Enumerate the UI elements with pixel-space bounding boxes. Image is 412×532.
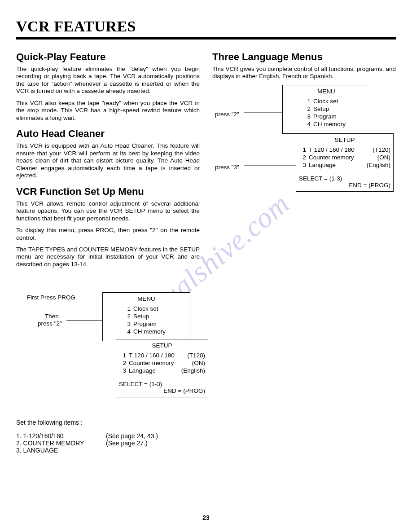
menu-box-left: MENU 1Clock set 2Setup 3Program 4CH memo… — [102, 292, 190, 341]
setup-title: SETUP — [299, 136, 390, 143]
set-items-intro: Set the following items : — [16, 419, 200, 426]
setup-select: SELECT = (1-3) — [299, 175, 390, 182]
page-number: 23 — [0, 514, 412, 521]
para-three-language: This VCR gives you complete control of a… — [212, 66, 396, 80]
menu-item: 1Clock set — [123, 305, 187, 312]
label-then: Then — [45, 313, 59, 320]
label-press-3-right: press "3" — [215, 164, 239, 171]
heading-auto-head-cleaner: Auto Head Cleaner — [16, 128, 200, 140]
setup-box-left: SETUP 1T 120 / 160 / 180(T120) 2Counter … — [116, 339, 208, 397]
para-setup-1: This VCR allows remote control adjustmen… — [16, 200, 200, 222]
menu-title: MENU — [105, 295, 187, 302]
label-press-2: press "2" — [38, 320, 62, 327]
setup-item: 2Counter memory(ON) — [299, 154, 390, 161]
menu-box-right: MENU 1Clock set 2Setup 3Program 4CH memo… — [282, 85, 370, 134]
setup-box-right: SETUP 1T 120 / 160 / 180(T120) 2Counter … — [296, 133, 394, 192]
setup-item: 3Language(English) — [299, 161, 390, 169]
setup-item: 1T 120 / 160 / 180(T120) — [299, 146, 390, 154]
label-first-press-prog: First Press PROG — [27, 294, 75, 301]
set-item-row: 1. T-120/160/180(See page 24, 43.) — [16, 432, 200, 440]
right-diagram: press "2" press "3" MENU 1Clock set 2Set… — [212, 85, 396, 202]
para-auto-head-cleaner: This VCR is equipped with an Auto Head C… — [16, 142, 200, 179]
left-column: Quick-Play Feature The quick-play featur… — [16, 45, 200, 454]
menu-item: 2Setup — [123, 312, 187, 320]
menu-title: MENU — [285, 88, 367, 95]
left-diagram: First Press PROG Then press "2" MENU 1Cl… — [16, 290, 200, 407]
setup-end: END = (PROG) — [119, 387, 205, 394]
title-rule — [16, 37, 396, 40]
para-quick-play-2: This VCR also keeps the tape "ready" whe… — [16, 100, 200, 122]
set-item-row: 3. LANGUAGE — [16, 447, 200, 454]
heading-quick-play: Quick-Play Feature — [16, 51, 200, 63]
para-setup-3: The TAPE TYPES and COUNTER MEMORY featur… — [16, 246, 200, 268]
right-column: Three Language Menus This VCR gives you … — [212, 45, 396, 454]
menu-item: 2Setup — [303, 105, 367, 113]
setup-select: SELECT = (1-3) — [119, 381, 205, 387]
para-quick-play-1: The quick-play feature eliminates the "d… — [16, 66, 200, 95]
set-item-row: 2. COUNTER MEMORY(See page 27.) — [16, 440, 200, 447]
menu-item: 3Program — [303, 113, 367, 120]
page-title: VCR FEATURES — [16, 18, 396, 35]
setup-item: 1T 120 / 160 / 180(T120) — [119, 352, 205, 359]
para-setup-2: To display this menu, press PROG, then p… — [16, 227, 200, 242]
setup-end: END = (PROG) — [299, 182, 390, 189]
label-press-2-right: press "2" — [215, 111, 239, 118]
menu-item: 4CH memory — [303, 120, 367, 128]
heading-setup-menu: VCR Function Set Up Menu — [16, 186, 200, 198]
menu-item: 3Program — [123, 320, 187, 328]
setup-title: SETUP — [119, 342, 205, 349]
menu-item: 4CH memory — [123, 328, 187, 335]
heading-three-language: Three Language Menus — [212, 51, 396, 63]
setup-item: 2Counter memory(ON) — [119, 359, 205, 367]
setup-item: 3Language(English) — [119, 367, 205, 374]
menu-item: 1Clock set — [303, 97, 367, 105]
